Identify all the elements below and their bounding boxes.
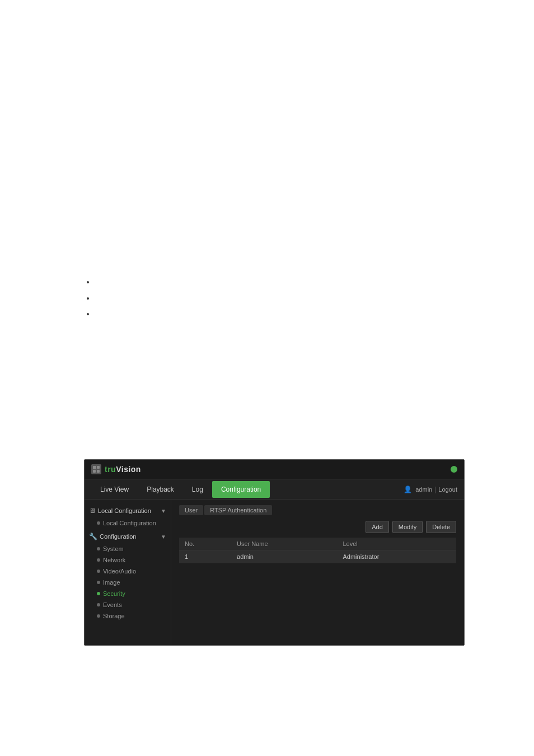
sidebar-item-local-config[interactable]: Local Configuration <box>85 517 171 529</box>
svg-rect-1 <box>97 466 100 469</box>
nav-live-view[interactable]: Live View <box>91 481 138 498</box>
svg-rect-0 <box>93 466 96 469</box>
table-header-row: No. User Name Level <box>179 538 456 550</box>
breadcrumb-tabs: User RTSP Authentication <box>179 505 456 515</box>
status-dot <box>451 466 457 473</box>
sidebar-section-config-label: Configuration <box>100 533 136 540</box>
sidebar-item-system[interactable]: System <box>85 543 171 554</box>
sidebar-item-system-label: System <box>103 545 124 552</box>
delete-button[interactable]: Delete <box>426 521 456 533</box>
toggle-down-icon: ▼ <box>161 508 166 514</box>
sidebar-item-security-label: Security <box>103 590 125 597</box>
sidebar-item-events-label: Events <box>103 601 122 608</box>
sidebar-item-image[interactable]: Image <box>85 577 171 588</box>
item-dot-image <box>97 581 100 584</box>
header-bar: truVision <box>85 460 464 479</box>
bullet-item-1 <box>95 274 97 291</box>
cell-no: 1 <box>179 550 231 563</box>
sidebar-item-network[interactable]: Network <box>85 554 171 566</box>
user-table: No. User Name Level 1 admin Administrato… <box>179 538 456 563</box>
sidebar-item-storage-label: Storage <box>103 613 125 619</box>
action-row: Add Modify Delete <box>179 521 456 533</box>
user-icon: 👤 <box>404 486 412 493</box>
content-area: 🖥 Local Configuration ▼ Local Configurat… <box>85 500 464 645</box>
svg-rect-2 <box>93 470 96 473</box>
col-no: No. <box>179 538 231 550</box>
item-dot-events <box>97 603 100 606</box>
sidebar-section-local-label: Local Configuration <box>98 507 151 514</box>
sidebar-item-local-config-label: Local Configuration <box>103 520 156 526</box>
cell-level: Administrator <box>338 550 457 563</box>
sidebar: 🖥 Local Configuration ▼ Local Configurat… <box>85 500 171 645</box>
nav-username: admin <box>415 486 432 493</box>
bullets-section <box>84 274 97 323</box>
cell-username: admin <box>231 550 337 563</box>
item-dot-local <box>97 521 100 525</box>
bullet-item-3 <box>95 306 97 323</box>
nav-separator: | <box>434 486 436 493</box>
nav-playback[interactable]: Playback <box>138 481 183 498</box>
toggle-down-icon-2: ▼ <box>161 534 166 540</box>
sidebar-item-network-label: Network <box>103 557 125 563</box>
item-dot-video-audio <box>97 570 100 573</box>
nav-logout-button[interactable]: Logout <box>438 486 457 493</box>
table-row[interactable]: 1 admin Administrator <box>179 550 456 563</box>
monitor-icon: 🖥 <box>89 507 96 515</box>
nav-configuration[interactable]: Configuration <box>212 481 270 498</box>
modify-button[interactable]: Modify <box>392 521 423 533</box>
wrench-icon: 🔧 <box>89 533 97 540</box>
item-dot-network <box>97 558 100 562</box>
main-content: User RTSP Authentication Add Modify Dele… <box>171 500 464 645</box>
sidebar-section-config-header[interactable]: 🔧 Configuration ▼ <box>85 530 171 543</box>
tab-user[interactable]: User <box>179 505 203 515</box>
sidebar-item-video-audio[interactable]: Video/Audio <box>85 566 171 577</box>
sidebar-item-storage[interactable]: Storage <box>85 610 171 622</box>
col-level: Level <box>338 538 457 550</box>
ui-panel: truVision Live View Playback Log Configu… <box>84 459 465 646</box>
sidebar-item-events[interactable]: Events <box>85 599 171 610</box>
nav-user-area: 👤 admin <box>404 486 432 493</box>
sidebar-item-image-label: Image <box>103 579 120 586</box>
item-dot-storage <box>97 614 100 618</box>
sidebar-item-security[interactable]: Security <box>85 588 171 599</box>
tab-rtsp-auth[interactable]: RTSP Authentication <box>204 505 272 515</box>
sidebar-item-video-audio-label: Video/Audio <box>103 568 136 575</box>
logo-area: truVision <box>91 464 451 474</box>
item-dot-system <box>97 547 100 550</box>
logo-icon <box>91 464 101 474</box>
add-button[interactable]: Add <box>366 521 389 533</box>
bullet-item-2 <box>95 291 97 307</box>
sidebar-section-local-header[interactable]: 🖥 Local Configuration ▼ <box>85 504 171 517</box>
nav-bar: Live View Playback Log Configuration 👤 a… <box>85 479 464 500</box>
sidebar-section-local: 🖥 Local Configuration ▼ Local Configurat… <box>85 504 171 529</box>
nav-log[interactable]: Log <box>183 481 212 498</box>
sidebar-section-config: 🔧 Configuration ▼ System Network Video/A… <box>85 530 171 622</box>
logo-text: truVision <box>105 465 141 474</box>
svg-rect-3 <box>97 470 100 473</box>
item-dot-security <box>97 592 100 595</box>
col-username: User Name <box>231 538 337 550</box>
